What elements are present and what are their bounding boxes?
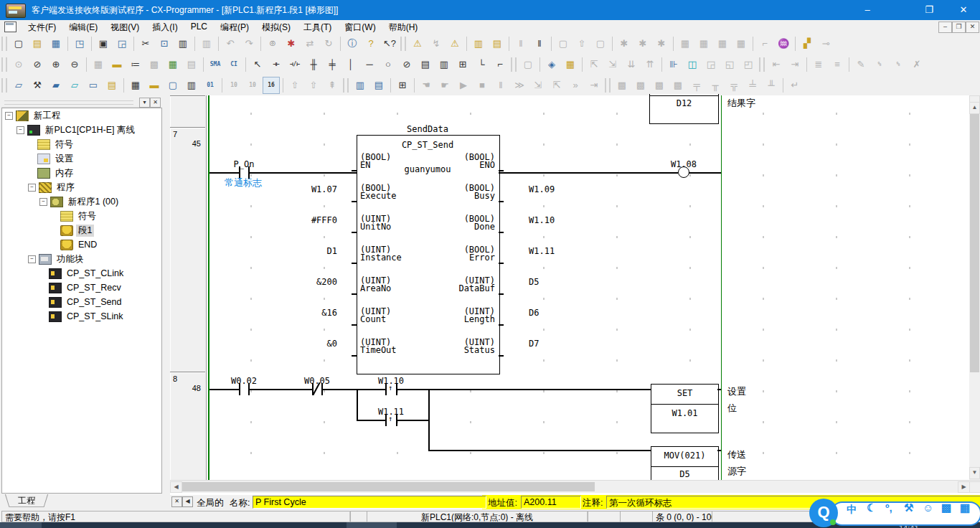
menu-item[interactable]: 编程(P) (214, 20, 255, 33)
menu-item[interactable]: 工具(T) (297, 20, 338, 33)
contact-nc-label[interactable]: W0.05 (296, 376, 339, 386)
output-window-icon[interactable]: ▥ (183, 77, 200, 94)
fb-input-operand[interactable]: W1.07 (237, 186, 337, 194)
compile-program-icon[interactable]: ⚠ (409, 35, 426, 52)
tree-item-label[interactable]: CP_ST_Send (65, 297, 123, 307)
tree-item-label[interactable]: 新PLC1[CP1H-E] 离线 (43, 124, 137, 136)
ime-toolbar[interactable]: Q 中 ☾º,⚒☺▩▦ (809, 499, 980, 526)
tree-item-label[interactable]: 程序 (55, 182, 77, 194)
cross-reference-icon[interactable]: ▦ (127, 77, 144, 94)
menu-item[interactable]: 文件(F) (22, 20, 62, 33)
scroll-up-icon[interactable]: ▲ (969, 102, 980, 114)
menu-item[interactable]: 帮助(H) (382, 20, 425, 33)
tree-item--[interactable]: 符号 (2, 209, 161, 223)
cut-icon[interactable]: ✂ (137, 35, 154, 52)
menu-item[interactable]: 编辑(E) (62, 20, 104, 33)
start-button[interactable] (0, 522, 42, 528)
symbol-table-icon[interactable]: ▦ (164, 56, 182, 73)
tree-item--plc1-cp1h-e-[interactable]: −新PLC1[CP1H-E] 离线 (2, 123, 161, 137)
tree-item-label[interactable]: CP_ST_SLink (65, 311, 126, 321)
window-2-icon[interactable]: ▰ (47, 77, 65, 94)
toolbar-grip[interactable] (759, 57, 765, 72)
ime-moon-icon[interactable]: ☾ (867, 501, 876, 514)
time-chart-icon[interactable]: ♒ (775, 35, 792, 52)
fb-input-operand[interactable]: &200 (237, 278, 337, 286)
window-4-icon[interactable]: ▭ (85, 77, 102, 94)
tree-item--[interactable]: 符号 (2, 137, 161, 151)
vertical-line-icon[interactable]: │ (342, 56, 359, 73)
ime-mode-toggle[interactable]: 中 (847, 504, 857, 517)
find-icon[interactable]: ⌾ (264, 35, 281, 52)
watch-window-icon[interactable]: ▬ (146, 77, 163, 94)
transfer-to-plc-icon[interactable]: ▥ (470, 35, 487, 52)
monitor-ci-icon[interactable]: CI (225, 56, 242, 73)
ime-punct-icon[interactable]: º, (885, 501, 892, 514)
ladder-editor[interactable]: 7 45 8 48 D12 结果字 P_On (170, 95, 980, 495)
window-cascade-icon[interactable]: ▱ (10, 77, 27, 94)
horizontal-scrollbar[interactable]: ◀ ▶ (170, 480, 980, 493)
contact-no-vert-icon[interactable]: ╫ (305, 56, 322, 73)
tree-item-cp_st_send[interactable]: CP_ST_Send (2, 295, 161, 309)
fb-invoke-icon[interactable]: ⊞ (454, 56, 471, 73)
pause-icon[interactable]: ‖ (531, 35, 548, 52)
tree-expander-icon[interactable]: − (5, 112, 13, 120)
fb-input-operand[interactable]: #FFF0 (237, 217, 337, 225)
zoom-out-icon[interactable]: ⊖ (66, 56, 83, 73)
toolbar-grip[interactable] (605, 78, 611, 93)
save-project-icon[interactable]: ▦ (47, 35, 65, 52)
namebar-close-button[interactable]: ✕ (171, 496, 182, 507)
toolbar-grip[interactable] (1, 37, 7, 51)
address-field[interactable]: A200.11 (521, 496, 581, 509)
child-restore-button[interactable]: ❐ (952, 22, 966, 33)
address-ref-icon[interactable]: ▢ (164, 77, 182, 94)
fb-instance-name[interactable]: SendData (357, 124, 499, 134)
minimize-button[interactable]: – (851, 0, 884, 20)
fb-output-operand[interactable]: D7 (529, 340, 615, 348)
ime-grid-icon[interactable]: ▦ (960, 501, 970, 514)
rung-header-7[interactable]: 7 45 (170, 127, 205, 373)
instruction-box-icon[interactable]: ▤ (417, 56, 434, 73)
transfer-from-plc-icon[interactable]: ▤ (489, 35, 506, 52)
tree-item--1[interactable]: 段1 (2, 223, 161, 237)
zoom-region-icon[interactable]: ⊘ (29, 56, 46, 73)
coil-icon[interactable]: ○ (380, 56, 397, 73)
tree-item--[interactable]: 内存 (2, 166, 161, 180)
menu-item[interactable]: 模拟(S) (255, 20, 297, 33)
paste-icon[interactable]: ▥ (174, 35, 192, 52)
tree-item--[interactable]: 设置 (2, 151, 161, 166)
rung-header-8[interactable]: 8 48 (170, 372, 205, 481)
panel-splitter[interactable] (162, 95, 170, 495)
fb-output-operand[interactable]: D5 (529, 278, 615, 286)
toolbar-grip[interactable] (1, 57, 7, 72)
menu-item[interactable]: PLC (184, 20, 214, 33)
contact-nc-icon[interactable]: ⊣/⊢ (286, 56, 303, 73)
tree-item-cp_st_clink[interactable]: CP_ST_CLink (2, 266, 161, 280)
toolbar-grip[interactable] (343, 78, 349, 93)
toolbar-grip[interactable] (400, 37, 406, 51)
tree-item-label[interactable]: 设置 (53, 153, 75, 165)
page-setup-icon[interactable]: ◳ (71, 35, 88, 52)
tree-item--1-00-[interactable]: −新程序1 (00) (2, 194, 161, 209)
open-project-icon[interactable]: ▤ (29, 35, 46, 52)
find-warning-icon[interactable]: ⚠ (446, 35, 463, 52)
calendar-grid-icon[interactable]: ▦ (562, 56, 579, 73)
ime-logo-icon[interactable]: Q (809, 499, 838, 527)
io-comment-icon[interactable]: ⊞ (394, 77, 411, 94)
taskbar-active-app[interactable] (347, 522, 397, 528)
line-delete-icon[interactable]: ⌐ (491, 56, 509, 73)
child-close-button[interactable]: ✕ (966, 22, 979, 33)
monitor-sma-icon[interactable]: SMA (207, 56, 224, 73)
tree-item-cp_st_recv[interactable]: CP_ST_Recv (2, 280, 161, 295)
tree-item-label[interactable]: 新程序1 (00) (66, 196, 121, 208)
ime-smiley-icon[interactable]: ☺ (923, 501, 933, 514)
fb-monitor-icon[interactable]: ◫ (684, 56, 701, 73)
fb-output-operand[interactable]: W1.11 (529, 248, 615, 255)
change-address-icon[interactable]: ✱ (283, 35, 300, 52)
binary-monitor-icon[interactable]: 01 (202, 77, 219, 94)
instruction-box2-icon[interactable]: ▥ (435, 56, 453, 73)
fb-input-operand[interactable]: &16 (237, 309, 337, 317)
tree-expander-icon[interactable]: − (17, 126, 24, 134)
help-topics-icon[interactable]: ? (362, 35, 380, 52)
tree-item--[interactable]: −新工程 (2, 108, 161, 123)
ime-skin-icon[interactable]: ▩ (941, 501, 951, 514)
